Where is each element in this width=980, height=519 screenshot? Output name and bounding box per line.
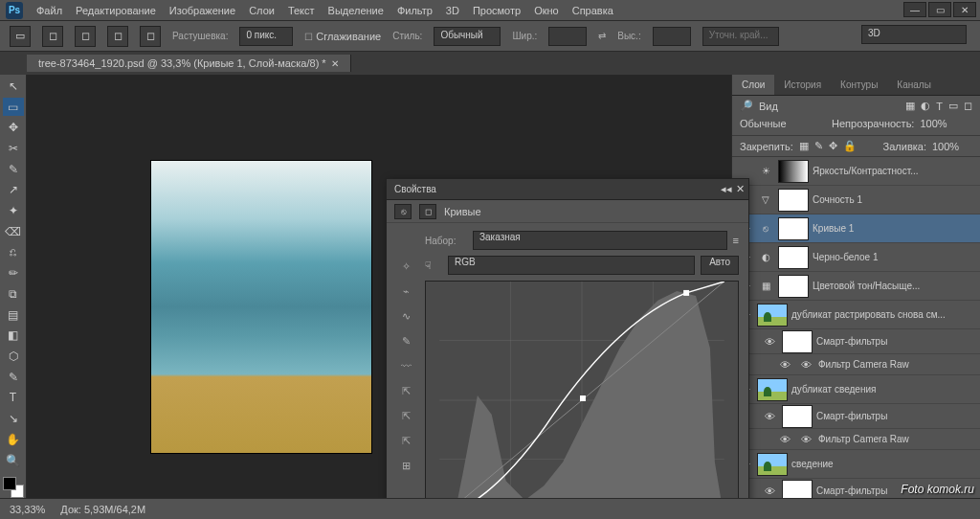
tab-layers[interactable]: Слои — [732, 75, 774, 95]
eyedrop-black-icon[interactable]: ⇱ — [396, 382, 415, 399]
panel-close-icon[interactable]: ✕ — [736, 183, 745, 195]
layer-row[interactable]: ☀Яркость/Контрастност... — [732, 157, 980, 186]
panel-collapse-icon[interactable]: ◂◂ — [721, 183, 732, 195]
menu-text[interactable]: Текст — [288, 5, 315, 16]
color-swatches[interactable] — [3, 477, 24, 498]
marquee-new-icon[interactable]: ◻ — [42, 26, 63, 47]
visibility-toggle-icon[interactable]: 👁 — [761, 485, 778, 497]
dodge-tool[interactable]: ◧ — [3, 326, 24, 345]
menu-file[interactable]: Файл — [36, 5, 62, 16]
move-tool[interactable]: ↖ — [3, 77, 24, 96]
menu-help[interactable]: Справка — [572, 5, 613, 16]
eyedrop-white-icon[interactable]: ⇱ — [396, 432, 415, 449]
menu-window[interactable]: Окно — [534, 5, 559, 16]
history-brush-tool[interactable]: ⎌ — [3, 243, 24, 262]
preset-menu-icon[interactable]: ≡ — [733, 235, 739, 246]
menu-3d[interactable]: 3D — [446, 5, 459, 16]
hand-tool[interactable]: ✋ — [3, 430, 24, 449]
filter-visibility-icon[interactable]: 👁 — [797, 359, 814, 371]
layer-mask-thumb[interactable] — [778, 160, 809, 183]
layer-name[interactable]: Смарт-фильтры — [816, 336, 976, 347]
layer-name[interactable]: Яркость/Контрастност... — [813, 166, 976, 176]
brush-tool[interactable]: ✦ — [3, 201, 24, 220]
lock-position-icon[interactable]: ✥ — [829, 140, 837, 152]
style-dropdown[interactable]: Обычный — [434, 27, 501, 46]
layer-mask-thumb[interactable] — [778, 189, 809, 212]
layer-row[interactable]: ▽Сочность 1 — [732, 186, 980, 214]
layer-thumb[interactable] — [757, 304, 788, 327]
layer-row[interactable]: 👁◐Черно-белое 1 — [732, 243, 980, 272]
blend-mode-dropdown[interactable]: Обычные — [740, 118, 826, 129]
auto-button[interactable]: Авто — [701, 256, 739, 275]
path-tool[interactable]: T — [3, 389, 24, 408]
curves-graph[interactable] — [425, 281, 739, 519]
visibility-toggle-icon[interactable]: 👁 — [776, 359, 793, 371]
pencil-curve-icon[interactable]: ✎ — [396, 332, 415, 350]
layer-name[interactable]: Кривые 1 — [813, 223, 976, 234]
layer-mask-thumb[interactable] — [782, 480, 813, 499]
layer-name[interactable]: Черно-белое 1 — [813, 252, 976, 262]
layer-name[interactable]: сведение — [791, 459, 976, 469]
layer-row[interactable]: 👁👁Фильтр Camera Raw — [732, 354, 980, 375]
draw-curve-icon[interactable]: ∿ — [396, 307, 415, 325]
mask-icon[interactable]: ◻ — [419, 204, 436, 219]
layer-row[interactable]: 👁дубликат сведения — [732, 375, 980, 404]
edit-points-icon[interactable]: ⌁ — [396, 282, 415, 300]
layer-thumb[interactable] — [757, 378, 788, 401]
tab-history[interactable]: История — [774, 75, 831, 95]
height-input[interactable] — [653, 27, 691, 46]
gradient-tool[interactable]: ⧉ — [3, 284, 24, 304]
layer-name[interactable]: дубликат сведения — [791, 384, 976, 395]
width-input[interactable] — [548, 27, 587, 46]
pen-tool[interactable]: ⬡ — [3, 347, 24, 366]
layer-name[interactable]: Фильтр Camera Raw — [818, 434, 976, 444]
filter-shape-icon[interactable]: ▭ — [948, 100, 958, 112]
menu-edit[interactable]: Редактирование — [76, 5, 156, 16]
canvas-area[interactable]: Свойства ◂◂ ✕ ⎋ ◻ Кривые ✧ ⌁ ∿ ✎ 〰 ⇱ — [27, 75, 731, 498]
layer-row[interactable]: 👁👁Фильтр Camera Raw — [732, 429, 980, 450]
layer-mask-thumb[interactable] — [778, 275, 809, 298]
filter-visibility-icon[interactable]: 👁 — [797, 434, 814, 445]
tab-channels[interactable]: Каналы — [887, 75, 941, 95]
layer-name[interactable]: дубликат растрировать снова см... — [791, 309, 976, 320]
filter-kind-icon[interactable]: 🔎 — [740, 100, 753, 112]
eyedrop-gray-icon[interactable]: ⇱ — [396, 407, 415, 424]
filter-type-icon[interactable]: T — [936, 101, 943, 112]
layer-thumb[interactable] — [757, 453, 788, 476]
feather-input[interactable]: 0 пикс. — [239, 27, 293, 46]
layer-name[interactable]: Фильтр Camera Raw — [818, 359, 976, 370]
lock-all-icon[interactable]: 🔒 — [843, 140, 857, 152]
sample-icon[interactable]: ✧ — [396, 258, 415, 275]
visibility-toggle-icon[interactable]: 👁 — [776, 434, 793, 445]
layer-name[interactable]: Смарт-фильтры — [816, 411, 976, 421]
opacity-input[interactable]: 100% — [920, 118, 960, 129]
menu-filter[interactable]: Фильтр — [397, 5, 433, 16]
filter-smart-icon[interactable]: ◻ — [964, 100, 972, 112]
refine-edge-button[interactable]: Уточн. край... — [702, 27, 779, 46]
workspace-dropdown[interactable]: 3D — [861, 25, 967, 44]
menu-view[interactable]: Просмотр — [473, 5, 521, 16]
layer-mask-thumb[interactable] — [782, 405, 813, 428]
lock-pixels-icon[interactable]: ✎ — [814, 140, 823, 152]
layer-row[interactable]: 👁⎋Кривые 1 — [732, 214, 980, 243]
marquee-intersect-icon[interactable]: ◻ — [140, 26, 161, 47]
marquee-tool[interactable]: ▭ — [3, 98, 24, 117]
layer-name[interactable]: Цветовой тон/Насыще... — [813, 281, 976, 291]
visibility-toggle-icon[interactable]: 👁 — [761, 336, 778, 348]
marquee-sub-icon[interactable]: ◻ — [107, 26, 128, 47]
document-tab[interactable]: tree-873464_1920.psd @ 33,3% (Кривые 1, … — [27, 55, 351, 72]
shape-tool[interactable]: ↘ — [3, 409, 24, 428]
visibility-toggle-icon[interactable]: 👁 — [761, 411, 778, 422]
layer-row[interactable]: 👁Смарт-фильтры — [732, 329, 980, 354]
fill-input[interactable]: 100% — [932, 141, 972, 152]
preset-dropdown[interactable]: Заказная — [473, 231, 727, 250]
eraser-tool[interactable]: ✏ — [3, 263, 24, 282]
zoom-tool[interactable]: 🔍 — [3, 451, 24, 470]
zoom-level[interactable]: 33,33% — [10, 504, 45, 515]
layer-mask-thumb[interactable] — [782, 330, 813, 353]
layer-row[interactable]: 👁Смарт-фильтры — [732, 404, 980, 429]
filter-adjust-icon[interactable]: ◐ — [921, 100, 930, 112]
channel-dropdown[interactable]: RGB — [448, 256, 695, 275]
antialias-checkbox[interactable]: ☐ Сглаживание — [304, 31, 381, 42]
layer-row[interactable]: 👁▦Цветовой тон/Насыще... — [732, 272, 980, 301]
